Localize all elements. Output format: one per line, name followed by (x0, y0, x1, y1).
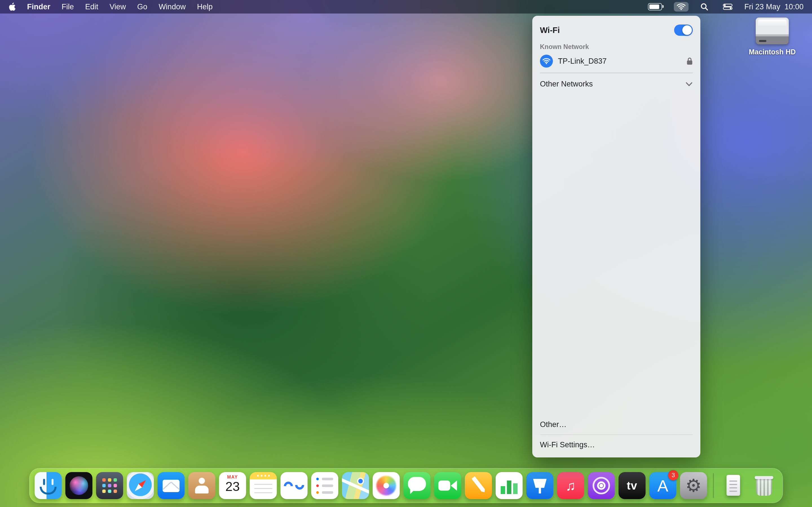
dock-maps[interactable] (342, 472, 369, 499)
dock-contacts[interactable] (188, 472, 215, 499)
numbers-icon (496, 472, 523, 499)
other-networks-row[interactable]: Other Networks (540, 75, 693, 93)
dock-calendar[interactable]: MAY23 (219, 472, 246, 499)
dock-numbers[interactable] (496, 472, 523, 499)
notes-icon (250, 472, 277, 499)
network-name: TP-Link_D837 (558, 57, 681, 66)
menu-bar-clock[interactable]: Fri 23 May 10:00 (744, 3, 804, 11)
hard-drive-icon (756, 17, 789, 45)
chevron-down-icon (686, 82, 693, 87)
menu-file[interactable]: File (62, 3, 74, 11)
safari-icon (127, 472, 154, 499)
dock-safari[interactable] (127, 472, 154, 499)
launchpad-icon (96, 472, 123, 499)
menu-edit[interactable]: Edit (85, 3, 98, 11)
tv-glyph: tv (619, 472, 646, 499)
dock-music[interactable]: ♫ (557, 472, 584, 499)
battery-icon[interactable] (645, 2, 665, 12)
dock-finder[interactable] (35, 472, 62, 499)
dock-reminders[interactable] (311, 472, 338, 499)
known-network-header: Known Network (540, 43, 693, 51)
hard-drive-label: Macintosh HD (749, 48, 796, 56)
menu-items: FileEditViewGoWindowHelp (62, 3, 213, 11)
menu-bar-status: Fri 23 May 10:00 (645, 1, 804, 12)
menu-bar-left: Finder FileEditViewGoWindowHelp (8, 3, 213, 11)
menu-bar: Finder FileEditViewGoWindowHelp Fri 23 M… (0, 0, 812, 13)
dock-podcasts[interactable] (588, 472, 615, 499)
macintosh-hd[interactable]: Macintosh HD (748, 17, 796, 56)
documents-icon (719, 472, 747, 499)
wifi-signal-icon (540, 55, 553, 68)
divider (540, 435, 693, 435)
dock-messages[interactable] (403, 472, 430, 499)
podcasts-icon (588, 472, 615, 499)
dock-mail[interactable] (158, 472, 185, 499)
siri-icon (65, 472, 93, 499)
app-menu-finder[interactable]: Finder (27, 3, 50, 11)
settings-icon: ⚙ (680, 472, 707, 499)
calendar-icon: MAY23 (219, 472, 246, 499)
menu-view[interactable]: View (110, 3, 126, 11)
dock: MAY23♫tvA3⚙ (29, 468, 783, 503)
dock-pages[interactable] (465, 472, 492, 499)
pages-icon (465, 472, 492, 499)
dock-trash[interactable] (750, 472, 777, 499)
messages-icon (403, 472, 430, 499)
dock-siri[interactable] (65, 472, 93, 499)
menu-window[interactable]: Window (159, 3, 186, 11)
reminders-icon (311, 472, 338, 499)
dock-launchpad[interactable] (96, 472, 123, 499)
dock-photos[interactable] (373, 472, 400, 499)
dock-settings[interactable]: ⚙ (680, 472, 707, 499)
wifi-settings-button[interactable]: Wi-Fi Settings… (540, 437, 693, 453)
dock-notes[interactable] (250, 472, 277, 499)
photos-icon (373, 472, 400, 499)
contacts-icon (188, 472, 215, 499)
trash-icon (750, 472, 777, 499)
notification-badge: 3 (668, 470, 678, 480)
control-center-icon[interactable] (720, 2, 735, 11)
divider (540, 73, 693, 73)
spotlight-search-icon[interactable] (698, 1, 711, 12)
tv-icon: tv (619, 472, 646, 499)
dock-appstore[interactable]: A3 (649, 472, 676, 499)
other-networks-label: Other Networks (540, 80, 593, 89)
menu-go[interactable]: Go (137, 3, 147, 11)
wifi-toggle[interactable] (674, 24, 693, 36)
facetime-icon (434, 472, 461, 499)
dock-tv[interactable]: tv (619, 472, 646, 499)
menu-help[interactable]: Help (197, 3, 213, 11)
music-glyph: ♫ (557, 472, 584, 499)
mail-icon (158, 472, 185, 499)
dock-freeform[interactable] (281, 472, 308, 499)
keynote-icon (526, 472, 553, 499)
network-row[interactable]: TP-Link_D837 (540, 52, 693, 70)
other-button[interactable]: Other… (540, 417, 693, 432)
wifi-icon[interactable] (674, 2, 689, 11)
dock-separator (713, 473, 714, 498)
calendar-day: 23 (219, 479, 246, 494)
finder-icon (35, 472, 62, 499)
wifi-title: Wi-Fi (540, 25, 560, 35)
wifi-panel: Wi-Fi Known Network TP-Link_D837 Other N… (532, 16, 700, 457)
freeform-icon (281, 472, 308, 499)
settings-glyph: ⚙ (680, 472, 707, 499)
dock-keynote[interactable] (526, 472, 553, 499)
maps-icon (342, 472, 369, 499)
lock-icon (687, 57, 693, 65)
wifi-panel-header: Wi-Fi (540, 22, 693, 39)
dock-facetime[interactable] (434, 472, 461, 499)
panel-spacer (540, 93, 693, 417)
dock-documents[interactable] (719, 472, 747, 499)
apple-menu-icon[interactable] (8, 3, 16, 11)
music-icon: ♫ (557, 472, 584, 499)
